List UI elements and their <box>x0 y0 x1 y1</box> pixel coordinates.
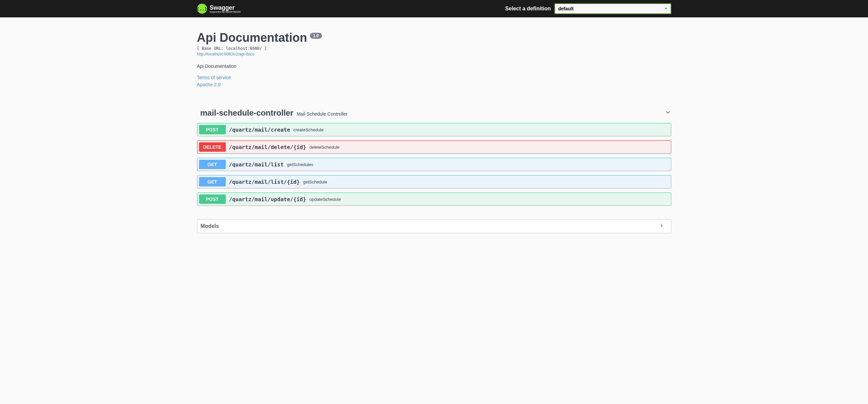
info-title-row: Api Documentation 1.0 <box>197 31 671 45</box>
operation-path: /quartz/mail/update/{id} <box>229 196 306 202</box>
info-section: Api Documentation 1.0 [ Base URL: localh… <box>197 31 671 88</box>
definition-select-wrap: default <box>554 3 671 14</box>
operation-row[interactable]: GET/quartz/mail/list/{id}getSchedule <box>197 175 671 189</box>
operation-summary: deleteSchedule <box>310 145 340 150</box>
definition-label: Select a definition <box>505 6 551 12</box>
operation-summary: getSchedules <box>287 162 313 167</box>
method-badge: DELETE <box>199 142 226 152</box>
api-title: Api Documentation <box>197 31 307 45</box>
method-badge: GET <box>199 177 226 186</box>
license-link[interactable]: Apache 2.0 <box>197 81 671 88</box>
models-header[interactable]: Models <box>197 220 671 233</box>
operation-path: /quartz/mail/delete/{id} <box>229 144 306 150</box>
topbar: {..} Swagger Supported by SMARTBEAR Sele… <box>0 0 868 18</box>
operation-row[interactable]: DELETE/quartz/mail/delete/{id}deleteSche… <box>197 140 671 154</box>
topbar-inner: {..} Swagger Supported by SMARTBEAR Sele… <box>190 3 678 14</box>
chevron-right-icon <box>659 223 664 230</box>
operation-row[interactable]: GET/quartz/mail/listgetSchedules <box>197 158 671 171</box>
models-section: Models <box>197 219 671 233</box>
api-description: Api Documentation <box>197 63 671 69</box>
api-docs-link[interactable]: http://localhost:8080/v2/api-docs <box>197 52 254 56</box>
brand-name: Swagger <box>210 5 241 11</box>
operation-summary: getSchedule <box>303 179 327 184</box>
operation-summary: updateSchedule <box>310 197 341 202</box>
tag-name: mail-schedule-controller <box>200 108 293 118</box>
swagger-icon: {..} <box>197 4 207 14</box>
method-badge: POST <box>199 125 226 134</box>
brand-sub: Supported by SMARTBEAR <box>210 11 241 13</box>
models-title: Models <box>201 223 219 229</box>
tag-header-left: mail-schedule-controller Mail Schedule C… <box>200 108 348 118</box>
info-links: Terms of service Apache 2.0 <box>197 74 671 88</box>
method-badge: GET <box>199 160 226 169</box>
logo[interactable]: {..} Swagger Supported by SMARTBEAR <box>197 4 241 14</box>
operation-path: /quartz/mail/list <box>229 162 284 168</box>
definition-select[interactable]: default <box>554 3 671 14</box>
operation-row[interactable]: POST/quartz/mail/update/{id}updateSchedu… <box>197 193 671 206</box>
tag-section: mail-schedule-controller Mail Schedule C… <box>197 105 671 206</box>
chevron-down-icon <box>664 109 671 117</box>
version-badge: 1.0 <box>310 33 322 39</box>
terms-link[interactable]: Terms of service <box>197 74 671 81</box>
logo-text-wrap: Swagger Supported by SMARTBEAR <box>210 5 241 13</box>
definition-selector-wrap: Select a definition default <box>505 3 671 14</box>
operation-path: /quartz/mail/create <box>229 127 290 133</box>
base-url: [ Base URL: localhost:8080/ ] <box>197 46 671 51</box>
operation-path: /quartz/mail/list/{id} <box>229 179 300 185</box>
tag-header[interactable]: mail-schedule-controller Mail Schedule C… <box>197 105 671 121</box>
operation-summary: createSchedule <box>293 127 323 132</box>
operation-row[interactable]: POST/quartz/mail/createcreateSchedule <box>197 123 671 136</box>
operations-list: POST/quartz/mail/createcreateScheduleDEL… <box>197 123 671 206</box>
main-container: Api Documentation 1.0 [ Base URL: localh… <box>190 18 678 247</box>
tag-description: Mail Schedule Controller <box>297 111 348 117</box>
method-badge: POST <box>199 195 226 204</box>
